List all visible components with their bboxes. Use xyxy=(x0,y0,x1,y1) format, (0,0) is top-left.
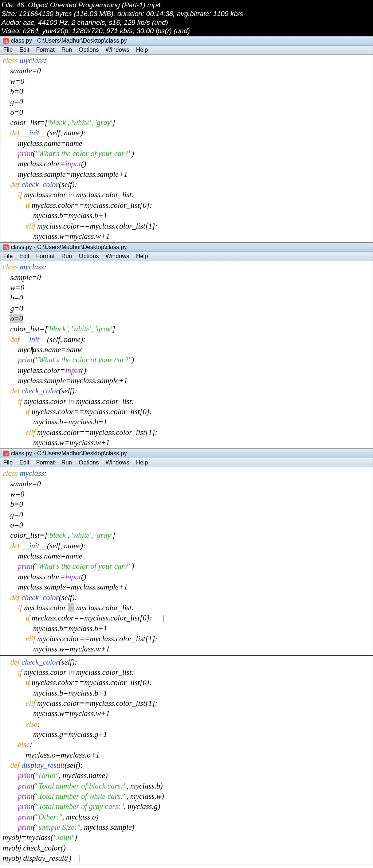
menu-help[interactable]: Help xyxy=(136,47,148,53)
menu-bar[interactable]: File Edit Format Run Options Windows Hel… xyxy=(0,252,373,261)
menu-format[interactable]: Format xyxy=(36,47,55,53)
window-title: class.py - C:\Users\Madhur\Desktop\class… xyxy=(11,244,127,250)
menu-help[interactable]: Help xyxy=(136,253,148,259)
window-title: class.py - C:\Users\Madhur\Desktop\class… xyxy=(11,450,127,457)
python-idle-icon: Tk xyxy=(3,450,9,457)
menu-file[interactable]: File xyxy=(3,459,13,466)
menu-bar[interactable]: File Edit Format Run Options Windows Hel… xyxy=(0,46,373,55)
menu-file[interactable]: File xyxy=(3,47,13,53)
code-editor-2[interactable]: class myclass: sample=0 w=0 b=0 g=0 o=0 … xyxy=(0,261,373,448)
selected-text: in xyxy=(68,603,74,612)
text-cursor xyxy=(164,615,164,622)
menu-format[interactable]: Format xyxy=(36,253,55,259)
menu-windows[interactable]: Windows xyxy=(106,47,129,53)
info-line-size: Size: 121664130 bytes (116.03 MiB), dura… xyxy=(1,9,372,18)
info-line-video: Video: h264, yuv420p, 1280x720, 971 kb/s… xyxy=(1,27,372,35)
menu-edit[interactable]: Edit xyxy=(19,253,30,259)
menu-run[interactable]: Run xyxy=(61,47,72,53)
code-editor-3[interactable]: class myclass: sample=0 w=0 b=0 g=0 o=0 … xyxy=(0,467,373,655)
text-cursor xyxy=(79,855,79,863)
menu-options[interactable]: Options xyxy=(79,47,99,53)
info-line-file: File: 46. Object Oriented Programming (P… xyxy=(1,1,372,9)
title-bar[interactable]: Tk class.py - C:\Users\Madhur\Desktop\cl… xyxy=(0,36,373,46)
menu-bar[interactable]: File Edit Format Run Options Windows Hel… xyxy=(0,458,373,467)
title-bar[interactable]: Tk class.py - C:\Users\Madhur\Desktop\cl… xyxy=(0,449,373,458)
menu-windows[interactable]: Windows xyxy=(106,253,129,259)
svg-text:Tk: Tk xyxy=(4,452,8,456)
svg-text:Tk: Tk xyxy=(4,39,8,43)
code-editor-4[interactable]: def check_color(self): if myclass.color … xyxy=(0,656,373,864)
text-cursor xyxy=(47,58,47,65)
info-line-audio: Audio: aac, 44100 Hz, 2 channels, s16, 1… xyxy=(1,18,372,27)
idle-window-1: Tk class.py - C:\Users\Madhur\Desktop\cl… xyxy=(0,36,373,242)
title-bar[interactable]: Tk class.py - C:\Users\Madhur\Desktop\cl… xyxy=(0,243,373,252)
idle-window-3: Tk class.py - C:\Users\Madhur\Desktop\cl… xyxy=(0,449,373,655)
menu-edit[interactable]: Edit xyxy=(19,459,30,466)
menu-options[interactable]: Options xyxy=(79,253,99,259)
menu-edit[interactable]: Edit xyxy=(19,47,30,53)
idle-window-4: def check_color(self): if myclass.color … xyxy=(0,655,373,865)
menu-run[interactable]: Run xyxy=(61,459,72,466)
window-title: class.py - C:\Users\Madhur\Desktop\class… xyxy=(11,38,127,44)
python-idle-icon: Tk xyxy=(3,244,9,250)
code-editor-1[interactable]: class myclass: sample=0 w=0 b=0 g=0 o=0 … xyxy=(0,55,373,242)
media-info-bar: File: 46. Object Oriented Programming (P… xyxy=(0,0,373,36)
menu-options[interactable]: Options xyxy=(79,459,99,466)
menu-file[interactable]: File xyxy=(3,253,13,259)
menu-format[interactable]: Format xyxy=(36,459,55,466)
svg-text:Tk: Tk xyxy=(4,245,8,250)
menu-run[interactable]: Run xyxy=(61,253,72,259)
menu-help[interactable]: Help xyxy=(136,459,148,466)
idle-window-2: Tk class.py - C:\Users\Madhur\Desktop\cl… xyxy=(0,242,373,449)
selected-text: o=0 xyxy=(10,314,23,323)
menu-windows[interactable]: Windows xyxy=(106,459,129,466)
python-idle-icon: Tk xyxy=(3,38,9,44)
